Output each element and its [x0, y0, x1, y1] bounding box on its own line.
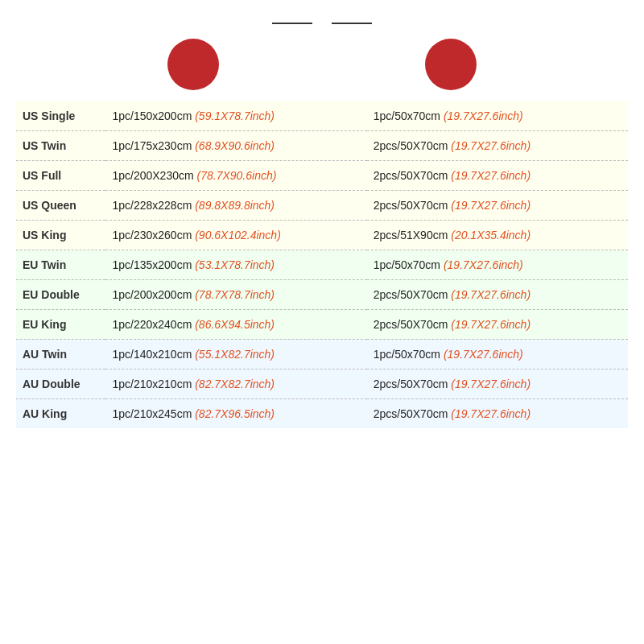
size-name: AU Double — [16, 369, 105, 399]
table-row: AU Twin 1pc/140x210cm (55.1X82.7inch) 1p… — [16, 340, 628, 369]
size-name: US King — [16, 221, 105, 250]
size-table: US Single 1pc/150x200cm (59.1X78.7inch) … — [16, 101, 628, 428]
size-name: EU King — [16, 310, 105, 340]
table-row: EU Twin 1pc/135x200cm (53.1X78.7inch) 1p… — [16, 250, 628, 280]
pillow-size: 2pcs/50X70cm (19.7X27.6inch) — [367, 131, 628, 161]
duvet-size: 1pc/230x260cm (90.6X102.4inch) — [105, 221, 366, 250]
duvet-size: 1pc/200x200cm (78.7X78.7inch) — [105, 280, 366, 310]
pillow-size: 2pcs/51X90cm (20.1X35.4inch) — [367, 221, 628, 250]
pillow-size: 1pc/50x70cm (19.7X27.6inch) — [367, 101, 628, 131]
table-row: EU Double 1pc/200x200cm (78.7X78.7inch) … — [16, 280, 628, 310]
table-row: US King 1pc/230x260cm (90.6X102.4inch) 2… — [16, 221, 628, 250]
table-row: US Twin 1pc/175x230cm (68.9X90.6inch) 2p… — [16, 131, 628, 161]
size-name: US Full — [16, 161, 105, 191]
pillow-size: 2pcs/50X70cm (19.7X27.6inch) — [367, 191, 628, 221]
duvet-size: 1pc/175x230cm (68.9X90.6inch) — [105, 131, 366, 161]
size-name: US Twin — [16, 131, 105, 161]
duvet-size: 1pc/220x240cm (86.6X94.5inch) — [105, 310, 366, 340]
pillow-size: 1pc/50x70cm (19.7X27.6inch) — [367, 340, 628, 369]
header — [272, 23, 372, 24]
table-row: EU King 1pc/220x240cm (86.6X94.5inch) 2p… — [16, 310, 628, 340]
pillow-size: 2pcs/50X70cm (19.7X27.6inch) — [367, 161, 628, 191]
pillow-size: 2pcs/50X70cm (19.7X27.6inch) — [367, 280, 628, 310]
pillow-size: 2pcs/50X70cm (19.7X27.6inch) — [367, 369, 628, 399]
header-line-right — [332, 23, 372, 24]
duvet-size: 1pc/150x200cm (59.1X78.7inch) — [105, 101, 366, 131]
duvet-size: 1pc/135x200cm (53.1X78.7inch) — [105, 250, 366, 280]
table-row: US Full 1pc/200X230cm (78.7X90.6inch) 2p… — [16, 161, 628, 191]
size-name: EU Double — [16, 280, 105, 310]
duvet-size: 1pc/210x245cm (82.7X96.5inch) — [105, 399, 366, 429]
page: US Single 1pc/150x200cm (59.1X78.7inch) … — [0, 0, 644, 644]
table-row: AU King 1pc/210x245cm (82.7X96.5inch) 2p… — [16, 399, 628, 429]
duvet-size: 1pc/228x228cm (89.8X89.8inch) — [105, 191, 366, 221]
header-line-left — [272, 23, 312, 24]
table-row: US Queen 1pc/228x228cm (89.8X89.8inch) 2… — [16, 191, 628, 221]
size-name: US Queen — [16, 191, 105, 221]
pillow-size: 1pc/50x70cm (19.7X27.6inch) — [367, 250, 628, 280]
duvet-size: 1pc/140x210cm (55.1X82.7inch) — [105, 340, 366, 369]
pillow-size: 2pcs/50X70cm (19.7X27.6inch) — [367, 310, 628, 340]
size-name: US Single — [16, 101, 105, 131]
pillow-size: 2pcs/50X70cm (19.7X27.6inch) — [367, 399, 628, 429]
table-row: AU Double 1pc/210x210cm (82.7X82.7inch) … — [16, 369, 628, 399]
size-name: AU Twin — [16, 340, 105, 369]
pillow-case-icon — [425, 39, 477, 90]
duvet-size: 1pc/200X230cm (78.7X90.6inch) — [105, 161, 366, 191]
duvet-cover-icon — [167, 39, 219, 90]
duvet-size: 1pc/210x210cm (82.7X82.7inch) — [105, 369, 366, 399]
icons-row — [0, 39, 644, 90]
size-name: AU King — [16, 399, 105, 429]
size-name: EU Twin — [16, 250, 105, 280]
table-row: US Single 1pc/150x200cm (59.1X78.7inch) … — [16, 101, 628, 131]
